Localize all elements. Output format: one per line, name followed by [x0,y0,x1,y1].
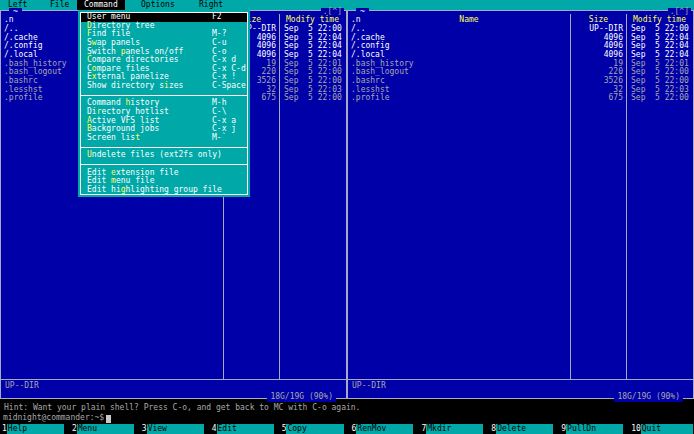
fkey-9-pulldn[interactable]: 9PullDn [559,424,623,434]
fkey-label: Quit [641,424,693,434]
fkey-4-edit[interactable]: 4Edit [210,424,274,434]
fkey-label: View [147,424,204,434]
fkey-10-quit[interactable]: 10Quit [629,424,693,434]
panel-separator-line [1,379,346,380]
fkey-label: Copy [286,424,343,434]
menu-shortcut: F2 [212,13,222,22]
menu-item-right[interactable]: Right [192,0,230,10]
fkey-label: Edit [217,424,274,434]
fkey-6-renmov[interactable]: 6RenMov [350,424,414,434]
fkey-number: 5 [280,424,287,434]
command-menu-dropdown: User menuF2Directory treeFind fileM-?Swa… [78,10,250,197]
fkey-3-view[interactable]: 3View [140,424,204,434]
file-size: 675 [570,94,623,103]
right-panel: ~ .[^] .n Name Size Modify time /..UP--D… [347,10,694,399]
fkey-number: 4 [210,424,217,434]
command-line[interactable]: midnight@commander:~$ [3,414,111,423]
function-key-bar: 1Help2Menu3View4Edit5Copy6RenMov7Mkdir8D… [0,424,694,434]
file-mtime: Sep 5 22:00 [631,94,689,103]
fkey-8-delete[interactable]: 8Delete [489,424,553,434]
shell-prompt: midnight@commander:~$ [3,413,104,422]
menu-shortcut: M-` [212,134,226,143]
file-list: /..UP--DIRSep 5 22:00/.cache4096Sep 5 22… [348,25,693,103]
fkey-1-help[interactable]: 1Help [0,424,64,434]
cursor-block [106,415,111,423]
menu-shortcut: C-Space [212,82,246,91]
fkey-label: RenMov [356,424,413,434]
fkey-number: 3 [140,424,147,434]
free-space-indicator: 18G/19G (90%) [267,393,336,402]
mc-screen: Left File Command Options Right ~ .[^] .… [0,0,694,434]
menu-item-screen-list[interactable]: Screen listM-` [81,134,247,143]
fkey-number: 2 [70,424,77,434]
fkey-number: 6 [350,424,357,434]
free-space-indicator: 18G/19G (90%) [614,393,683,402]
file-name: .profile [351,94,390,103]
fkey-number: 7 [419,424,426,434]
fkey-label: Menu [77,424,134,434]
fkey-label: Help [7,424,64,434]
column-header-name[interactable]: Name [368,16,570,25]
fkey-7-mkdir[interactable]: 7Mkdir [419,424,483,434]
fkey-label: Mkdir [426,424,483,434]
fkey-label: Delete [496,424,553,434]
fkey-2-menu[interactable]: 2Menu [70,424,134,434]
command-menu-frame: User menuF2Directory treeFind fileM-?Swa… [80,12,248,195]
menu-item-undelete-files-ext2fs-only[interactable]: Undelete files (ext2fs only) [81,151,247,160]
menu-item-edit-highlighting-group-file[interactable]: Edit highlighting group file [81,186,247,195]
fkey-number: 10 [629,424,641,434]
panel-separator-line [348,379,693,380]
menu-item-file[interactable]: File [43,0,76,10]
mini-status: UP--DIR [352,382,386,391]
mini-status: UP--DIR [5,382,39,391]
hint-line: Hint: Want your plain shell? Press C-o, … [4,404,360,413]
file-mtime: Sep 5 22:00 [284,94,342,103]
fkey-5-copy[interactable]: 5Copy [280,424,344,434]
menu-item-command[interactable]: Command [77,0,125,10]
fkey-number: 9 [559,424,566,434]
file-row-profile[interactable]: .profile675Sep 5 22:00 [348,94,693,103]
fkey-number: 1 [0,424,7,434]
fkey-label: PullDn [566,424,623,434]
menu-item-options[interactable]: Options [134,0,182,10]
file-name: .profile [4,94,43,103]
fkey-number: 8 [489,424,496,434]
menu-bar: Left File Command Options Right [0,0,694,10]
menu-item-show-directory-sizes[interactable]: Show directory sizesC-Space [81,82,247,91]
